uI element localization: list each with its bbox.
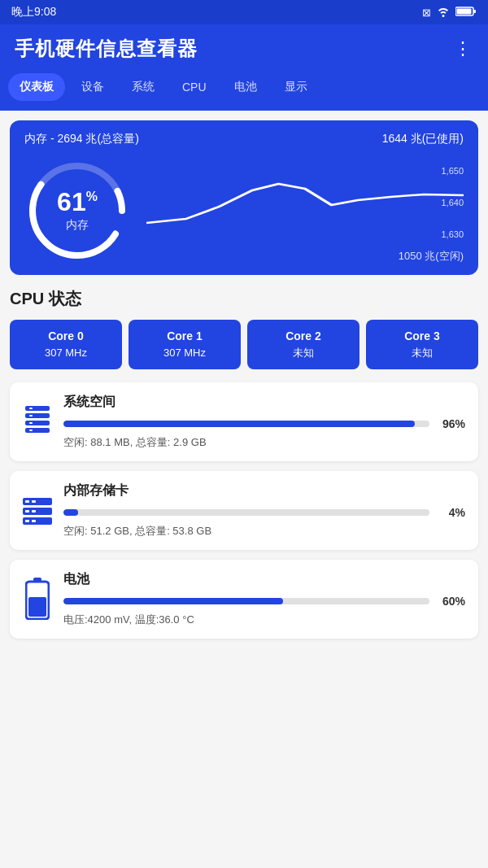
cpu-section-title: CPU 状态 [10,288,478,310]
wifi-icon [436,6,451,20]
app-header: 手机硬件信息查看器 ⋮ [0,24,488,73]
internal-storage-bar-fill [63,509,78,516]
tab-cpu[interactable]: CPU [171,73,218,101]
core-btn-3[interactable]: Core 3 未知 [366,320,478,369]
svg-rect-6 [25,413,50,418]
svg-rect-12 [29,430,33,431]
tab-dashboard[interactable]: 仪表板 [8,73,65,101]
memory-gauge: 61% 内存 [24,158,130,264]
system-space-sub: 空闲: 88.1 MB, 总容量: 2.9 GB [63,435,465,450]
internal-storage-pct: 4% [436,506,465,519]
svg-rect-8 [25,428,50,433]
internal-storage-body: 内部存储卡 4% 空闲: 51.2 GB, 总容量: 53.8 GB [63,482,465,539]
tab-system[interactable]: 系统 [120,73,166,101]
system-space-card: 系统空间 96% 空闲: 88.1 MB, 总容量: 2.9 GB [10,382,478,461]
status-icons: ⊠ [422,6,477,20]
svg-rect-1 [473,10,476,13]
battery-pct: 60% [436,595,465,608]
battery-bar-fill [63,598,283,604]
svg-rect-19 [32,500,36,503]
battery-status-icon [455,6,477,20]
status-bar: 晚上9:08 ⊠ [0,0,488,24]
svg-rect-16 [25,500,29,503]
battery-card: 电池 60% 电压:4200 mV, 温度:36.0 °C [10,560,478,639]
internal-storage-title: 内部存储卡 [63,482,465,499]
svg-rect-20 [32,510,36,513]
battery-card-title: 电池 [63,571,465,588]
app-title: 手机硬件信息查看器 [15,36,198,62]
svg-rect-9 [29,408,33,409]
memory-body: 61% 内存 1,650 1,640 1,630 1050 兆(空闲) [24,158,464,264]
gauge-label: 内存 [57,218,98,233]
gauge-text: 61% 内存 [57,189,98,233]
main-content: 内存 - 2694 兆(总容量) 1644 兆(已使用) 61% 内存 [0,111,488,658]
tab-display[interactable]: 显示 [273,73,319,101]
tab-battery[interactable]: 电池 [223,73,268,101]
core-btn-2[interactable]: Core 2 未知 [247,320,359,369]
svg-rect-10 [29,415,33,417]
system-space-icon [23,404,52,438]
svg-rect-18 [25,520,29,522]
nav-tabs: 仪表板 设备 系统 CPU 电池 显示 [0,73,488,111]
svg-rect-5 [25,406,50,411]
svg-rect-7 [25,421,50,425]
cpu-section: CPU 状态 Core 0 307 MHz Core 1 307 MHz Cor… [10,288,478,369]
memory-footer: 1050 兆(空闲) [146,249,464,264]
core-btn-1[interactable]: Core 1 307 MHz [129,320,241,369]
gauge-percent: 61% [57,189,98,215]
system-space-bar-bg [63,421,429,427]
system-space-title: 系统空间 [63,394,465,411]
memory-used-label: 1644 兆(已使用) [382,132,464,146]
chart-labels: 1,650 1,640 1,630 [441,166,464,239]
battery-card-body: 电池 60% 电压:4200 mV, 温度:36.0 °C [63,571,465,627]
svg-rect-17 [25,510,29,513]
svg-rect-11 [29,422,33,424]
core-btn-0[interactable]: Core 0 307 MHz [10,320,122,369]
svg-rect-21 [32,520,36,522]
system-space-body: 系统空间 96% 空闲: 88.1 MB, 总容量: 2.9 GB [63,394,465,450]
internal-storage-bar-bg [63,509,429,516]
system-space-bar-fill [63,421,415,427]
memory-total-label: 内存 - 2694 兆(总容量) [24,132,139,146]
cores-grid: Core 0 307 MHz Core 1 307 MHz Core 2 未知 … [10,320,478,369]
memory-card: 内存 - 2694 兆(总容量) 1644 兆(已使用) 61% 内存 [10,120,478,275]
internal-storage-sub: 空闲: 51.2 GB, 总容量: 53.8 GB [63,524,465,539]
svg-rect-24 [28,597,46,617]
internal-storage-progress: 4% [63,506,465,519]
tab-device[interactable]: 设备 [70,73,115,101]
status-time: 晚上9:08 [11,5,56,20]
menu-icon[interactable]: ⋮ [454,38,473,59]
system-space-progress: 96% [63,417,465,430]
battery-progress: 60% [63,595,465,608]
system-space-pct: 96% [436,417,465,430]
internal-storage-card: 内部存储卡 4% 空闲: 51.2 GB, 总容量: 53.8 GB [10,471,478,550]
battery-card-icon [23,578,52,620]
internal-storage-icon [23,495,52,526]
svg-rect-2 [457,8,472,14]
battery-sub: 电压:4200 mV, 温度:36.0 °C [63,613,465,627]
notification-icon: ⊠ [422,7,431,19]
memory-chart: 1,650 1,640 1,630 1050 兆(空闲) [146,166,464,255]
battery-bar-bg [63,598,429,604]
memory-header: 内存 - 2694 兆(总容量) 1644 兆(已使用) [24,132,464,146]
